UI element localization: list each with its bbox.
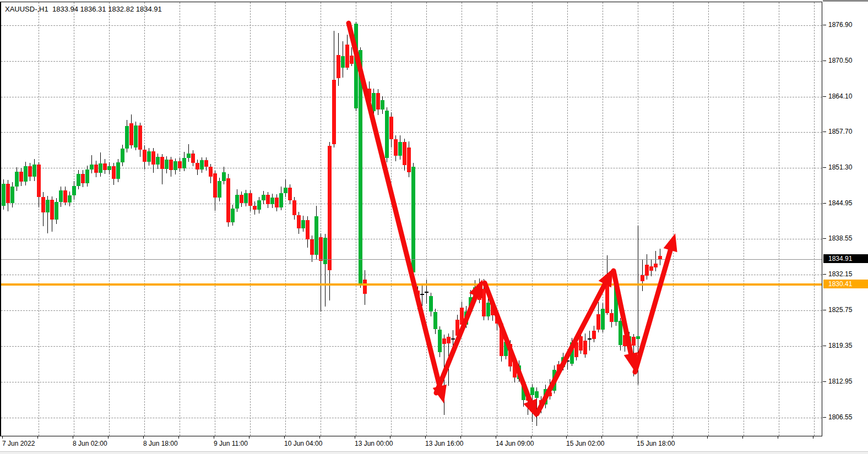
time-axis[interactable]: 7 Jun 20228 Jun 02:008 Jun 18:009 Jun 11… [0,437,823,451]
candle-bullish [552,370,556,390]
window-top-strip [823,0,868,2]
candle-bullish [381,100,384,110]
time-axis-tick [73,436,73,439]
vertical-gridline [250,2,251,436]
candle-bullish [55,202,58,219]
candle-bullish [24,166,28,181]
horizontal-gridline [1,382,822,382]
candle-bearish [196,163,199,169]
horizontal-gridline [1,418,822,418]
candle-bullish [504,342,508,355]
candle-bearish [151,151,155,165]
candle-bearish [442,338,446,344]
vertical-gridline [321,2,321,436]
time-axis-tick [425,436,426,439]
candle-bearish [455,320,459,336]
price-axis-tick [823,274,826,275]
price-axis-label: 1825.75 [828,306,852,314]
candle-bullish [359,50,362,284]
candle-bearish [500,324,503,356]
time-axis-tick [672,436,672,439]
candle-bearish [248,193,252,206]
vertical-gridline [39,2,39,436]
price-axis-tick [823,381,826,382]
price-axis-tick [823,203,826,204]
price-axis-label: 1851.30 [828,163,852,171]
candle-bearish [539,400,543,408]
candle-bullish [68,195,72,203]
price-axis-label: 1864.10 [828,92,852,100]
candle-bullish [438,330,442,352]
price-axis-label: 1812.95 [828,378,852,385]
candle-bullish [262,195,265,200]
candle-bearish [292,200,296,215]
candle-bullish [619,321,622,346]
candle-bearish [253,206,257,210]
candle-bullish [385,111,389,158]
vertical-gridline [744,2,744,436]
candle-bearish [328,146,332,270]
time-axis-tick [284,436,285,439]
candle-bearish [204,160,208,167]
candle-bullish [323,238,327,264]
time-axis-tick [249,436,249,439]
candle-bullish [314,216,318,255]
candle-bullish [2,184,6,206]
candle-bearish [306,220,310,239]
candle-bearish [319,237,323,261]
candle-bearish [579,336,583,350]
candle-bearish [178,161,182,168]
vertical-gridline [215,2,215,436]
candle-bearish [592,331,596,339]
candle-bullish [165,160,169,169]
candle-bearish [19,172,23,181]
candle-bearish [367,89,371,101]
price-axis-label: 1857.70 [828,128,852,135]
candle-bullish [244,193,248,203]
candle-bearish [226,178,230,222]
candle-bearish [420,294,424,295]
candle-bullish [544,389,547,404]
time-axis-tick [2,436,3,439]
candle-bullish [99,163,102,173]
candle-bullish [530,387,534,395]
candle-bearish [460,308,464,325]
candle-wick [453,330,453,356]
price-chart-plot[interactable]: XAUUSD-,H1 1833.94 1836.31 1832.82 1834.… [0,2,822,436]
time-axis-tick [742,436,743,439]
candle-bullish [59,190,63,202]
candle-bearish [63,190,67,203]
price-axis-tick [823,417,826,418]
candle-bearish [266,195,270,204]
horizontal-gridline [1,310,822,311]
candle-bearish [363,280,367,294]
candle-bearish [297,215,301,228]
time-axis-tick [813,436,813,439]
support-price-badge: 1830.41 [823,280,868,288]
price-axis-tick [823,61,826,61]
price-axis-tick [823,310,826,310]
candle-bearish [37,165,41,197]
candle-bullish [398,142,402,156]
price-axis-label: 1870.50 [828,57,852,64]
candle-bullish [627,336,631,344]
candle-bearish [605,284,609,313]
candle-bullish [284,188,287,193]
time-axis-label: 9 Jun 11:00 [214,440,248,447]
candle-bearish [389,117,393,139]
candle-bullish [77,174,80,185]
candle-bearish [112,166,116,178]
candle-bearish [81,174,85,183]
candle-bearish [478,287,481,300]
time-axis-tick [214,436,214,439]
candle-bullish [341,56,345,68]
candle-bullish [222,172,226,180]
candle-bullish [231,209,235,222]
candle-bearish [94,165,98,173]
price-axis[interactable]: 1876.901870.501864.101857.701851.301844.… [823,2,868,437]
price-axis-label: 1838.55 [828,234,852,242]
support-line[interactable] [1,283,822,286]
candle-bearish [574,342,578,357]
horizontal-gridline [1,132,822,133]
candle-bullish [535,391,539,398]
